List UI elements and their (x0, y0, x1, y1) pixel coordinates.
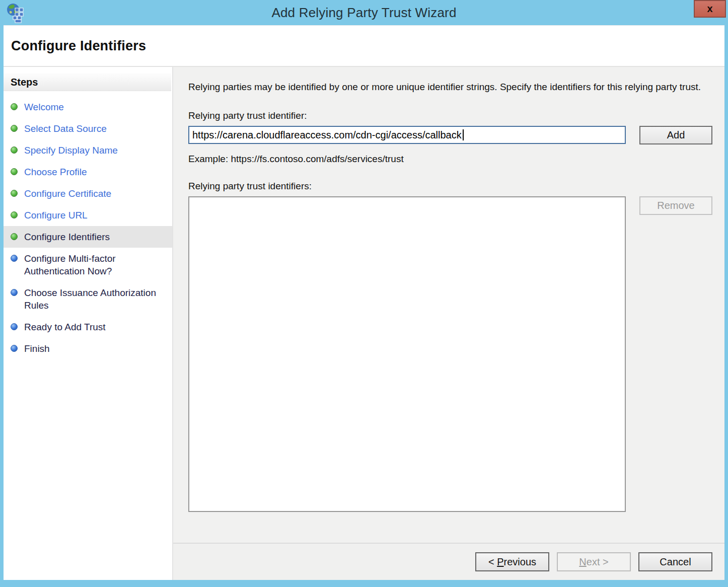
step-bullet-icon (11, 255, 18, 262)
step-label: Welcome (24, 101, 64, 113)
steps-sidebar: Steps Welcome Select Data Source Specify… (4, 67, 173, 580)
step-bullet-icon (11, 233, 18, 240)
close-icon: x (707, 3, 712, 15)
wizard-window: Add Relying Party Trust Wizard x Configu… (0, 0, 728, 587)
page-title: Configure Identifiers (11, 38, 146, 54)
step-bullet-icon (11, 323, 18, 330)
identifier-field-label: Relying party trust identifier: (188, 110, 724, 121)
step-label: Configure Identifiers (24, 231, 110, 243)
remove-button[interactable]: Remove (639, 196, 712, 215)
previous-label-rest: revious (504, 556, 536, 567)
text-cursor (463, 129, 464, 140)
example-text: Example: https://fs.contoso.com/adfs/ser… (188, 154, 724, 165)
step-label: Configure Multi-factor Authentication No… (24, 252, 168, 277)
identifier-input-value: https://carena.cloudflareaccess.com/cdn-… (192, 129, 462, 140)
identifiers-listbox[interactable] (188, 196, 626, 512)
sidebar-step-configure-certificate[interactable]: Configure Certificate (4, 183, 172, 204)
window-body: Configure Identifiers Steps Welcome Sele… (4, 25, 724, 580)
sidebar-step-configure-identifiers[interactable]: Configure Identifiers (4, 226, 172, 248)
sidebar-step-specify-display-name[interactable]: Specify Display Name (4, 139, 172, 161)
steps-heading: Steps (4, 73, 171, 91)
main-panel: Relying parties may be identified by one… (173, 67, 724, 543)
close-button[interactable]: x (694, 0, 726, 18)
step-label: Finish (24, 342, 50, 355)
step-bullet-icon (11, 211, 18, 218)
step-bullet-icon (11, 289, 18, 296)
sidebar-step-configure-mfa: Configure Multi-factor Authentication No… (4, 248, 172, 282)
next-label-rest: ext > (587, 556, 609, 567)
step-label: Choose Profile (24, 166, 87, 178)
next-button[interactable]: Next > (557, 552, 631, 571)
add-button[interactable]: Add (639, 126, 712, 144)
step-bullet-icon (11, 103, 18, 110)
previous-button[interactable]: < Previous (475, 552, 549, 571)
steps-list: Welcome Select Data Source Specify Displ… (4, 96, 172, 359)
sidebar-step-ready-to-add-trust: Ready to Add Trust (4, 316, 172, 338)
sidebar-step-select-data-source[interactable]: Select Data Source (4, 118, 172, 139)
step-label: Configure URL (24, 209, 88, 222)
step-label: Select Data Source (24, 122, 107, 135)
relying-party-identifier-input[interactable]: https://carena.cloudflareaccess.com/cdn-… (188, 126, 626, 144)
step-bullet-icon (11, 345, 18, 352)
previous-label-key: P (497, 556, 503, 567)
step-bullet-icon (11, 125, 18, 132)
adfs-app-icon (6, 3, 26, 23)
window-title: Add Relying Party Trust Wizard (271, 5, 456, 21)
step-bullet-icon (11, 146, 18, 154)
step-bullet-icon (11, 190, 18, 197)
step-label: Specify Display Name (24, 144, 118, 157)
step-label: Configure Certificate (24, 187, 111, 200)
page-description: Relying parties may be identified by one… (188, 80, 704, 94)
cancel-button[interactable]: Cancel (638, 552, 712, 571)
identifiers-list-label: Relying party trust identifiers: (188, 181, 724, 192)
page-header: Configure Identifiers (4, 25, 724, 67)
previous-label-pre: < (488, 556, 497, 567)
sidebar-step-configure-url[interactable]: Configure URL (4, 204, 172, 226)
step-label: Choose Issuance Authorization Rules (24, 286, 168, 312)
next-label-key: N (579, 556, 586, 567)
step-label: Ready to Add Trust (24, 321, 106, 333)
wizard-footer: < Previous Next > Cancel (173, 543, 724, 580)
sidebar-step-welcome[interactable]: Welcome (4, 96, 172, 118)
step-bullet-icon (11, 168, 18, 175)
sidebar-step-finish: Finish (4, 338, 172, 359)
sidebar-step-choose-profile[interactable]: Choose Profile (4, 161, 172, 183)
sidebar-step-choose-issuance-authorization-rules: Choose Issuance Authorization Rules (4, 282, 172, 316)
window-titlebar: Add Relying Party Trust Wizard x (0, 0, 728, 25)
